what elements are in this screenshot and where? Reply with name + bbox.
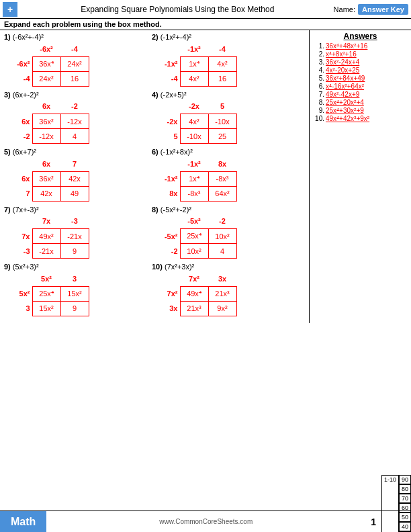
table-cell: 4x²	[180, 114, 208, 129]
score-box: 80	[399, 484, 411, 494]
table-cell: 25	[208, 129, 236, 144]
answer-value: 4x²-20x+25	[326, 66, 359, 74]
answer-key-badge: Answer Key	[358, 4, 408, 15]
logo-icon: +	[3, 2, 17, 17]
box-table: -1x²-4-1x²1x⁴4x²-44x²16	[152, 42, 237, 87]
problem-label: 1) (-6x²+-4)²	[4, 33, 145, 41]
column-header: -3	[60, 214, 89, 229]
footer-page: 1	[365, 517, 381, 527]
table-cell: -21x	[32, 244, 60, 259]
row-header: 3	[4, 301, 32, 316]
main-content: 1) (-6x²+-4)²-6x²-4-6x²36x⁴24x²-424x²162…	[0, 30, 411, 323]
answer-number: 9.	[312, 107, 324, 114]
column-header: 8x	[208, 157, 236, 171]
problem-label: 3) (6x+-2)²	[4, 91, 145, 99]
problem: 3) (6x+-2)²6x-26x36x²-12x-2-12x4	[4, 91, 145, 144]
table-cell: -8x³	[208, 171, 236, 186]
answer-number: 2.	[312, 50, 324, 58]
row-header: -4	[152, 71, 180, 86]
table-cell: 64x²	[208, 186, 236, 201]
answer-value: 36x²-24x+4	[326, 58, 359, 66]
table-cell: 21x³	[208, 286, 236, 301]
table-cell: -10x	[180, 129, 208, 144]
answer-value: 25x⁴+30x²+9	[326, 107, 364, 114]
table-cell: 16	[208, 71, 236, 86]
table-cell: 10x²	[180, 244, 208, 259]
box-table: 7x-37x49x²-21x-3-21x9	[4, 214, 89, 259]
answer-number: 6.	[312, 83, 324, 90]
score-box: 90	[399, 475, 411, 484]
table-cell: 36x²	[32, 171, 60, 186]
table-cell: -21x	[60, 229, 89, 244]
column-header: 5x²	[32, 271, 60, 286]
column-header: 3	[60, 271, 89, 286]
column-header: -4	[208, 42, 236, 56]
row-header: 7	[4, 186, 32, 201]
header: + Expanding Square Polynomials Using the…	[0, 0, 411, 19]
row-header: 8x	[152, 186, 180, 201]
column-header: -2	[60, 99, 89, 114]
answer-value: 49x⁴+42x³+9x²	[326, 115, 369, 122]
box-table: 5x²35x²25x⁴15x²315x²9	[4, 271, 89, 316]
row-header: 5	[152, 129, 180, 144]
box-table: -5x²-2-5x²25x⁴10x²-210x²4	[152, 214, 237, 259]
table-cell: -10x	[208, 114, 236, 129]
answer-value: 49x²-42x+9	[326, 91, 359, 98]
table-cell: 15x²	[60, 286, 89, 301]
row-header: -3	[4, 244, 32, 259]
problem-label: 9) (5x²+3)²	[4, 263, 145, 271]
column-header: 6x	[32, 157, 60, 171]
column-header: 6x	[32, 99, 60, 114]
problem-label: 4) (-2x+5)²	[152, 91, 293, 99]
problem-label: 10) (7x²+3x)²	[152, 263, 293, 271]
table-cell: -8x³	[180, 186, 208, 201]
table-cell: 1x⁴	[180, 56, 208, 71]
column-header: -2	[208, 214, 236, 229]
answer-number: 4.	[312, 66, 324, 74]
column-header: -5x²	[180, 214, 208, 229]
instruction-text: Expand each problem using the box method…	[0, 19, 411, 30]
row-header: -2x	[152, 114, 180, 129]
table-cell: 10x²	[208, 229, 236, 244]
answer-number: 5.	[312, 75, 324, 82]
answer-value: 36x⁴+48x²+16	[326, 42, 367, 50]
score-box: 60	[399, 503, 411, 513]
table-cell: 25x⁴	[180, 229, 208, 244]
answer-item: 8.25x⁴+20x²+4	[312, 99, 408, 106]
problem-label: 6) (-1x²+8x)²	[152, 148, 293, 156]
footer-scores: 1-10 9080706050403020100	[381, 475, 411, 533]
row-header: 7x	[4, 229, 32, 244]
table-cell: 4	[60, 129, 89, 144]
column-header: -1x²	[180, 42, 208, 56]
row-header: -5x²	[152, 229, 180, 244]
column-header: -6x²	[32, 42, 60, 56]
problem-label: 7) (7x+-3)²	[4, 206, 145, 214]
table-cell: 9	[60, 244, 89, 259]
row-header: 6x	[4, 171, 32, 186]
problem: 8) (-5x²+-2)²-5x²-2-5x²25x⁴10x²-210x²4	[152, 206, 293, 259]
answer-value: 25x⁴+20x²+4	[326, 99, 364, 106]
table-cell: 9	[60, 301, 89, 316]
box-table: -1x²8x-1x²1x⁴-8x³8x-8x³64x²	[152, 157, 237, 202]
table-cell: 4x²	[180, 71, 208, 86]
answer-value: x⁴-16x²+64x²	[326, 83, 364, 90]
row-header: 7x²	[152, 286, 180, 301]
table-cell: -12x	[32, 129, 60, 144]
table-cell: 16	[60, 71, 89, 86]
score-box: 50	[399, 513, 411, 522]
problem: 7) (7x+-3)²7x-37x49x²-21x-3-21x9	[4, 206, 145, 259]
box-table: 6x-26x36x²-12x-2-12x4	[4, 99, 89, 144]
problem: 2) (-1x²+-4)²-1x²-4-1x²1x⁴4x²-44x²16	[152, 33, 293, 87]
column-header: 5	[208, 99, 236, 114]
answer-number: 3.	[312, 58, 324, 66]
score-box: 40	[399, 522, 411, 531]
answer-number: 1.	[312, 42, 324, 50]
footer-website: www.CommonCoreSheets.com	[46, 518, 365, 525]
table-cell: 42x	[32, 186, 60, 201]
table-cell: 24x²	[60, 56, 89, 71]
answer-number: 10.	[312, 115, 324, 122]
problem: 4) (-2x+5)²-2x5-2x4x²-10x5-10x25	[152, 91, 293, 144]
row-header: 3x	[152, 301, 180, 316]
column-header: -1x²	[180, 157, 208, 171]
table-cell: 49x⁴	[180, 286, 208, 301]
